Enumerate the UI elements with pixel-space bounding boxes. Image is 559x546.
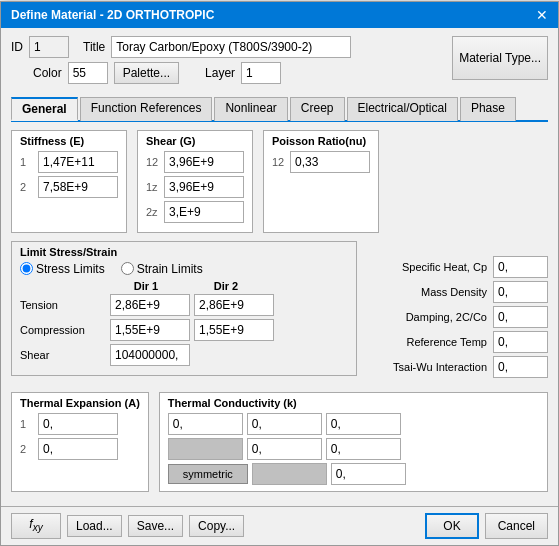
stiffness-section: Stiffness (E) 1 2 <box>11 130 127 233</box>
material-type-button[interactable]: Material Type... <box>452 36 548 80</box>
ref-temp-label: Reference Temp <box>377 336 487 348</box>
mass-density-field[interactable] <box>493 281 548 303</box>
poisson-section: Poisson Ratio(nu) 12 <box>263 130 379 233</box>
shear-label-12: 12 <box>146 156 160 168</box>
footer: fxy Load... Save... Copy... OK Cancel <box>1 506 558 545</box>
thermal-expansion-section: Thermal Expansion (A) 1 2 <box>11 392 149 492</box>
tab-nonlinear[interactable]: Nonlinear <box>214 97 287 121</box>
tc-r2c1 <box>168 438 243 460</box>
copy-button[interactable]: Copy... <box>189 515 244 537</box>
color-field[interactable] <box>68 62 108 84</box>
id-label: ID <box>11 40 23 54</box>
poisson-field-12[interactable] <box>290 151 370 173</box>
thermal-exp-label-1: 1 <box>20 418 34 430</box>
thermal-exp-field-1[interactable] <box>38 413 118 435</box>
thermal-exp-field-2[interactable] <box>38 438 118 460</box>
tc-r1c1[interactable] <box>168 413 243 435</box>
stiffness-label-2: 2 <box>20 181 34 193</box>
tab-strip: General Function References Nonlinear Cr… <box>11 96 548 122</box>
dialog-title: Define Material - 2D ORTHOTROPIC <box>11 8 214 22</box>
tab-electrical-optical[interactable]: Electrical/Optical <box>347 97 458 121</box>
mass-density-label: Mass Density <box>377 286 487 298</box>
damping-field[interactable] <box>493 306 548 328</box>
compression-label: Compression <box>20 324 106 336</box>
thermal-conductivity-title: Thermal Conductivity (k) <box>168 397 539 409</box>
shear-limit-dir1[interactable] <box>110 344 190 366</box>
tc-r1c2[interactable] <box>247 413 322 435</box>
shear-limit-label: Shear <box>20 349 106 361</box>
tension-dir2[interactable] <box>194 294 274 316</box>
shear-title: Shear (G) <box>146 135 244 147</box>
shear-field-2z[interactable] <box>164 201 244 223</box>
specific-heat-label: Specific Heat, Cp <box>377 261 487 273</box>
limit-stress-title: Limit Stress/Strain <box>20 246 348 258</box>
stiffness-label-1: 1 <box>20 156 34 168</box>
ref-temp-field[interactable] <box>493 331 548 353</box>
fxy-button[interactable]: fxy <box>11 513 61 539</box>
limit-stress-section: Limit Stress/Strain Stress Limits Strain… <box>11 241 357 376</box>
thermal-expansion-title: Thermal Expansion (A) <box>20 397 140 409</box>
strain-limits-radio[interactable]: Strain Limits <box>121 262 203 276</box>
shear-field-1z[interactable] <box>164 176 244 198</box>
thermal-conductivity-section: Thermal Conductivity (k) symmetric <box>159 392 548 492</box>
stress-limits-radio[interactable]: Stress Limits <box>20 262 105 276</box>
palette-button[interactable]: Palette... <box>114 62 179 84</box>
title-label: Title <box>83 40 105 54</box>
tc-r3c2 <box>252 463 327 485</box>
symmetric-button[interactable]: symmetric <box>168 464 248 484</box>
title-field[interactable] <box>111 36 351 58</box>
color-label: Color <box>33 66 62 80</box>
id-field[interactable] <box>29 36 69 58</box>
col-dir2: Dir 2 <box>186 280 266 292</box>
tc-r2c3[interactable] <box>326 438 401 460</box>
dialog: Define Material - 2D ORTHOTROPIC ✕ ID Ti… <box>0 1 559 546</box>
cancel-button[interactable]: Cancel <box>485 513 548 539</box>
save-button[interactable]: Save... <box>128 515 183 537</box>
shear-label-2z: 2z <box>146 206 160 218</box>
shear-field-12[interactable] <box>164 151 244 173</box>
poisson-title: Poisson Ratio(nu) <box>272 135 370 147</box>
ok-button[interactable]: OK <box>425 513 478 539</box>
specific-heat-field[interactable] <box>493 256 548 278</box>
tc-r3c3[interactable] <box>331 463 406 485</box>
tab-creep[interactable]: Creep <box>290 97 345 121</box>
poisson-label-12: 12 <box>272 156 286 168</box>
tab-function-references[interactable]: Function References <box>80 97 213 121</box>
tc-r1c3[interactable] <box>326 413 401 435</box>
thermal-exp-label-2: 2 <box>20 443 34 455</box>
tsai-wu-label: Tsai-Wu Interaction <box>377 361 487 373</box>
col-dir1: Dir 1 <box>106 280 186 292</box>
load-button[interactable]: Load... <box>67 515 122 537</box>
shear-section: Shear (G) 12 1z 2z <box>137 130 253 233</box>
compression-dir2[interactable] <box>194 319 274 341</box>
close-button[interactable]: ✕ <box>536 8 548 22</box>
properties-section: Specific Heat, Cp Mass Density Damping, … <box>377 241 548 384</box>
stiffness-field-1[interactable] <box>38 151 118 173</box>
compression-dir1[interactable] <box>110 319 190 341</box>
title-bar: Define Material - 2D ORTHOTROPIC ✕ <box>1 2 558 28</box>
tab-general[interactable]: General <box>11 97 78 121</box>
shear-label-1z: 1z <box>146 181 160 193</box>
stiffness-field-2[interactable] <box>38 176 118 198</box>
tension-dir1[interactable] <box>110 294 190 316</box>
layer-label: Layer <box>205 66 235 80</box>
tsai-wu-field[interactable] <box>493 356 548 378</box>
stiffness-title: Stiffness (E) <box>20 135 118 147</box>
damping-label: Damping, 2C/Co <box>377 311 487 323</box>
layer-field[interactable] <box>241 62 281 84</box>
tab-phase[interactable]: Phase <box>460 97 516 121</box>
tc-r2c2[interactable] <box>247 438 322 460</box>
tension-label: Tension <box>20 299 106 311</box>
